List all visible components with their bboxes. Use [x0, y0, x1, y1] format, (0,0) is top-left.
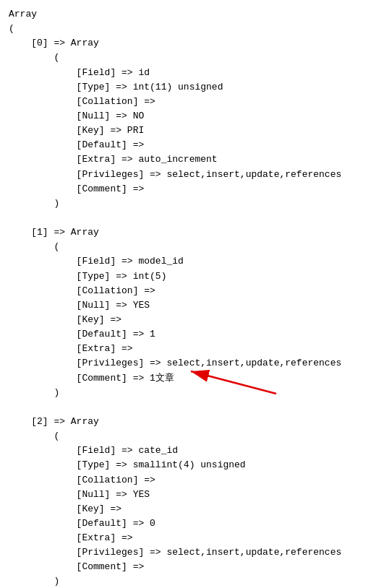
code-line: [Privileges] => select,insert,update,ref…: [9, 545, 367, 560]
code-line: [Null] => YES: [9, 298, 367, 313]
code-line: [Key] =>: [9, 502, 367, 516]
code-line: [1] => Array: [9, 225, 367, 240]
code-line: [Key] =>: [9, 313, 367, 327]
code-line: [Comment] =>: [9, 182, 367, 196]
code-line: [Default] => 0: [9, 516, 367, 531]
code-line: [Null] => NO: [9, 109, 367, 124]
code-line: [Collation] =>: [9, 284, 367, 298]
code-line: ): [9, 574, 367, 588]
code-line: [Type] => smallint(4) unsigned: [9, 458, 367, 472]
code-line: [Extra] =>: [9, 342, 367, 356]
code-line: (: [9, 22, 367, 36]
code-line: [Collation] =>: [9, 95, 367, 109]
code-line: [Default] => 1: [9, 327, 367, 342]
code-line: [Default] =>: [9, 138, 367, 152]
code-line: [Field] => model_id: [9, 254, 367, 269]
code-line: [9, 211, 367, 225]
code-line: [Privileges] => select,insert,update,ref…: [9, 168, 367, 182]
code-line: [Type] => int(5): [9, 269, 367, 284]
code-line: [Null] => YES: [9, 488, 367, 502]
code-block: Array( [0] => Array ( [Field] => id [Typ…: [9, 7, 367, 588]
code-line: [2] => Array: [9, 415, 367, 429]
code-line: [Privileges] => select,insert,update,ref…: [9, 356, 367, 371]
code-line: [Field] => cate_id: [9, 444, 367, 458]
code-lines: Array( [0] => Array ( [Field] => id [Typ…: [9, 7, 367, 588]
code-line: [Type] => int(11) unsigned: [9, 80, 367, 95]
code-line: [9, 400, 367, 415]
code-line: [Extra] =>: [9, 531, 367, 545]
code-line: (: [9, 429, 367, 444]
code-line: [Collation] =>: [9, 473, 367, 488]
code-line: ): [9, 386, 367, 400]
code-line: [Comment] =>: [9, 560, 367, 574]
code-line: (: [9, 240, 367, 254]
code-line: [Extra] => auto_increment: [9, 152, 367, 167]
code-line: [Key] => PRI: [9, 124, 367, 138]
code-line: [Comment] => 1文章: [9, 371, 367, 386]
code-line: ): [9, 196, 367, 211]
code-line: [0] => Array: [9, 36, 367, 51]
code-line: [Field] => id: [9, 66, 367, 80]
code-line: Array: [9, 7, 367, 22]
code-line: (: [9, 51, 367, 65]
